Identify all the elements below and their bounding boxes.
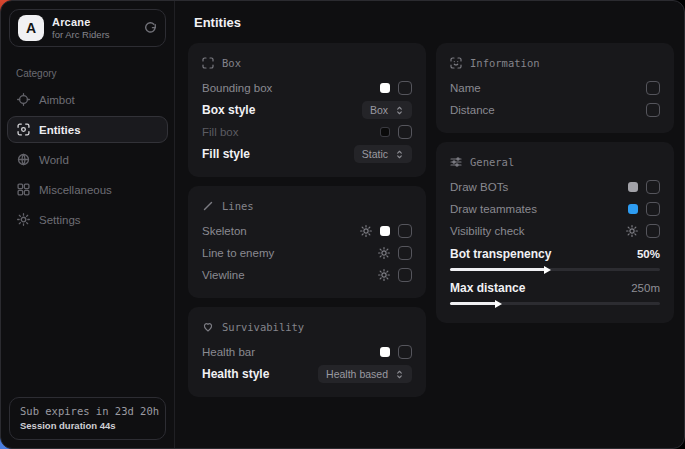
brand-card: A Arcane for Arc Riders	[9, 9, 166, 47]
sidebar-item-label: Settings	[39, 214, 81, 226]
diagonal-line-icon	[202, 200, 214, 212]
sidebar: A Arcane for Arc Riders Category	[1, 1, 175, 448]
panel-title: Information	[470, 57, 540, 69]
color-swatch[interactable]	[628, 182, 638, 192]
row-line-to-enemy: Line to enemy	[202, 242, 412, 264]
name-checkbox[interactable]	[646, 81, 660, 95]
bounding-box-checkbox[interactable]	[398, 81, 412, 95]
panel-title: Lines	[222, 200, 254, 212]
panel-title: Box	[222, 57, 241, 69]
color-swatch[interactable]	[628, 204, 638, 214]
row-health-style: Health style Health based	[202, 363, 412, 385]
gear-icon	[17, 213, 30, 226]
box-style-select[interactable]: Box	[362, 101, 412, 119]
box-corners-icon	[202, 57, 214, 69]
row-label: Box style	[202, 103, 255, 117]
scan-face-icon	[450, 57, 462, 69]
sidebar-item-settings[interactable]: Settings	[7, 206, 168, 233]
slider-value: 50%	[637, 248, 660, 260]
row-draw-bots: Draw BOTs	[450, 176, 660, 198]
row-label: Fill style	[202, 147, 250, 161]
sidebar-item-miscellaneous[interactable]: Miscellaneous	[7, 176, 168, 203]
bot-transparency-slider-group: Bot transpenency 50%	[450, 243, 660, 271]
sidebar-item-world[interactable]: World	[7, 146, 168, 173]
refresh-icon[interactable]	[144, 22, 157, 35]
row-distance: Distance	[450, 99, 660, 121]
sidebar-item-label: Miscellaneous	[39, 184, 112, 196]
right-column: Information Name Distance	[436, 43, 674, 323]
panel-general: General Draw BOTs Draw teammates	[436, 142, 674, 323]
row-label: Visibility check	[450, 225, 525, 237]
brand-subtitle: for Arc Riders	[52, 29, 110, 40]
visibility-settings-gear-icon[interactable]	[626, 225, 638, 237]
select-value: Static	[362, 148, 388, 160]
fill-box-checkbox[interactable]	[398, 125, 412, 139]
skeleton-settings-gear-icon[interactable]	[360, 225, 372, 237]
row-max-distance: Max distance 250m	[450, 277, 660, 299]
line-to-enemy-settings-gear-icon[interactable]	[378, 247, 390, 259]
color-swatch[interactable]	[380, 83, 390, 93]
row-label: Health style	[202, 367, 269, 381]
brand-name: Arcane	[52, 16, 110, 28]
subscription-card: Sub expires in 23d 20h Session duration …	[9, 397, 166, 440]
sidebar-item-entities[interactable]: Entities	[7, 116, 168, 143]
max-distance-slider[interactable]	[450, 302, 660, 305]
crosshair-icon	[17, 93, 30, 106]
panel-lines: Lines Skeleton	[188, 186, 426, 298]
sidebar-item-aimbot[interactable]: Aimbot	[7, 86, 168, 113]
sidebar-item-label: Aimbot	[39, 94, 75, 106]
page-title: Entities	[194, 15, 674, 30]
row-label: Viewline	[202, 269, 245, 281]
chevron-up-down-icon	[395, 369, 404, 380]
row-visibility-check: Visibility check	[450, 220, 660, 242]
skeleton-checkbox[interactable]	[398, 224, 412, 238]
row-bot-transparency: Bot transpenency 50%	[450, 243, 660, 265]
panel-survivability: Survivability Health bar Health style He…	[188, 307, 426, 397]
panel-title: General	[470, 156, 514, 168]
visibility-check-checkbox[interactable]	[646, 224, 660, 238]
sub-expires-text: Sub expires in 23d 20h	[20, 405, 155, 417]
slider-handle[interactable]	[495, 300, 502, 308]
color-swatch[interactable]	[380, 127, 390, 137]
health-style-select[interactable]: Health based	[318, 365, 412, 383]
chevron-up-down-icon	[395, 105, 404, 116]
row-name: Name	[450, 77, 660, 99]
slider-value: 250m	[631, 282, 660, 294]
select-value: Health based	[326, 368, 388, 380]
viewline-settings-gear-icon[interactable]	[378, 269, 390, 281]
bot-transparency-slider[interactable]	[450, 268, 660, 271]
draw-teammates-checkbox[interactable]	[646, 202, 660, 216]
row-bounding-box: Bounding box	[202, 77, 412, 99]
health-bar-checkbox[interactable]	[398, 345, 412, 359]
select-value: Box	[370, 104, 388, 116]
fill-style-select[interactable]: Static	[354, 145, 412, 163]
sidebar-nav: Aimbot Entities World	[1, 86, 174, 233]
sidebar-item-label: World	[39, 154, 69, 166]
left-column: Box Bounding box Box style Box	[188, 43, 426, 397]
row-label: Name	[450, 82, 481, 94]
main-content: Entities Box Bounding box	[175, 1, 685, 448]
grid-icon	[17, 183, 30, 196]
line-to-enemy-checkbox[interactable]	[398, 246, 412, 260]
session-duration-text: Session duration 44s	[20, 420, 155, 431]
color-swatch[interactable]	[380, 226, 390, 236]
row-label: Health bar	[202, 346, 255, 358]
row-label: Bot transpenency	[450, 247, 551, 261]
row-label: Skeleton	[202, 225, 247, 237]
avatar: A	[18, 15, 44, 41]
row-fill-style: Fill style Static	[202, 143, 412, 165]
row-draw-teammates: Draw teammates	[450, 198, 660, 220]
slider-handle[interactable]	[544, 266, 551, 274]
row-label: Distance	[450, 104, 495, 116]
draw-bots-checkbox[interactable]	[646, 180, 660, 194]
row-skeleton: Skeleton	[202, 220, 412, 242]
distance-checkbox[interactable]	[646, 103, 660, 117]
panel-title: Survivability	[222, 321, 304, 333]
color-swatch[interactable]	[380, 347, 390, 357]
row-box-style: Box style Box	[202, 99, 412, 121]
row-health-bar: Health bar	[202, 341, 412, 363]
viewline-checkbox[interactable]	[398, 268, 412, 282]
heart-pulse-icon	[202, 321, 214, 333]
entities-eye-icon	[17, 123, 30, 136]
sidebar-item-label: Entities	[39, 124, 81, 136]
